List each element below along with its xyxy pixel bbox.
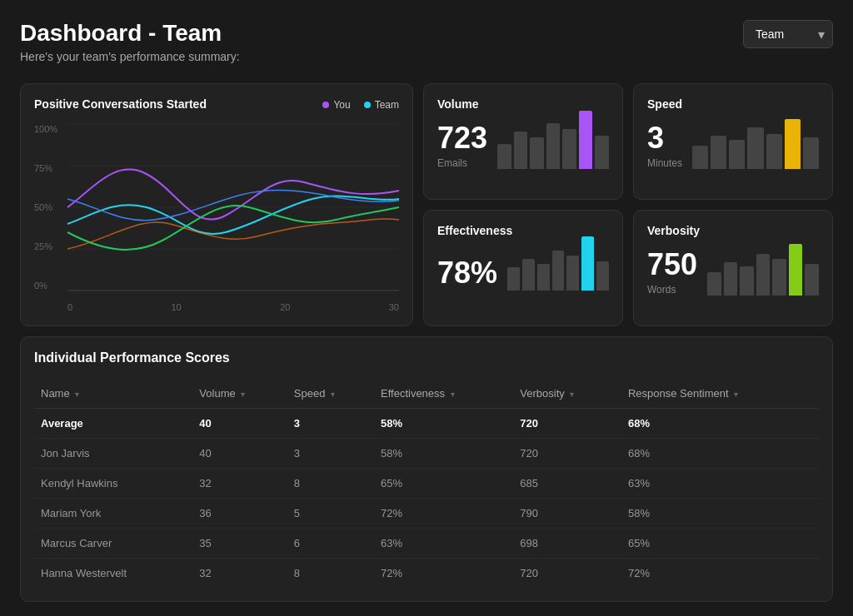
speed-bar-7 [803,137,819,169]
col-sentiment[interactable]: Response Sentiment ▾ [621,379,819,409]
effectiveness-card: Effectiveness 78% [423,210,623,326]
row-sentiment: 65% [621,529,819,559]
row-speed: 8 [287,469,374,499]
average-row: Average 40 3 58% 720 68% [34,409,819,439]
legend-team-label: Team [375,99,399,111]
verbosity-bar-4 [756,254,771,296]
speed-sort-icon: ▾ [331,390,335,399]
effectiveness-bar-1 [507,267,520,291]
x-axis-labels: 0 10 20 30 [67,299,399,312]
row-verbosity: 790 [513,499,621,529]
positive-conversations-card: Positive Conversations Started You Team … [20,83,413,326]
effectiveness-bar-chart [507,241,609,291]
col-speed[interactable]: Speed ▾ [287,379,374,409]
volume-inner: 723 Emails [437,114,609,169]
effectiveness-bar-4 [552,251,565,291]
team-dropdown-wrapper[interactable]: Team Individual [743,20,833,48]
avg-sentiment: 68% [621,409,819,439]
row-sentiment: 63% [621,469,819,499]
row-sentiment: 72% [621,559,819,589]
verbosity-title: Verbosity [647,224,819,237]
avg-verbosity: 720 [513,409,621,439]
effectiveness-title: Effectiveness [437,224,609,237]
verbosity-bar-highlight [789,244,803,296]
effectiveness-bar-5 [566,256,579,291]
row-verbosity: 720 [513,439,621,469]
legend-team-dot [364,102,371,108]
row-name: Jon Jarvis [34,439,192,469]
table-row: Jon Jarvis 40 3 58% 720 68% [34,439,819,469]
verbosity-bar-3 [740,266,754,296]
line-chart-container [67,124,399,299]
row-speed: 8 [287,559,374,589]
table-row: Hanna Westervelt 32 8 72% 720 72% [34,559,819,589]
page-title: Dashboard - Team [20,20,240,47]
row-effectiveness: 72% [374,559,513,589]
volume-bar-7 [595,136,609,169]
speed-bar-chart [692,119,819,169]
row-name: Mariam York [34,499,192,529]
header-left: Dashboard - Team Here's your team's perf… [20,20,240,63]
verbosity-text: 750 Words [647,241,697,296]
row-speed: 6 [287,529,374,559]
effectiveness-value: 78% [437,256,497,291]
page-header: Dashboard - Team Here's your team's perf… [20,20,833,63]
row-sentiment: 68% [621,439,819,469]
verbosity-bar-2 [724,262,738,296]
row-verbosity: 720 [513,559,621,589]
volume-card: Volume 723 Emails [423,83,623,200]
pos-conv-legend: You Team [322,99,399,111]
table-header-row: Name ▾ Volume ▾ Speed ▾ Effectiveness ▾ … [34,379,819,409]
row-effectiveness: 58% [374,439,513,469]
effectiveness-bar-2 [522,259,535,291]
row-name: Hanna Westervelt [34,559,192,589]
volume-title: Volume [437,97,609,111]
table-row: Mariam York 36 5 72% 790 58% [34,499,819,529]
row-verbosity: 685 [513,469,621,499]
effectiveness-bar-7 [596,261,609,291]
name-sort-icon: ▾ [75,390,79,399]
speed-bar-1 [692,146,708,169]
effectiveness-inner: 78% [437,241,609,291]
sentiment-sort-icon: ▾ [734,390,738,399]
volume-unit: Emails [437,157,487,169]
row-verbosity: 698 [513,529,621,559]
effectiveness-sort-icon: ▾ [451,390,455,399]
volume-bar-4 [546,123,561,169]
col-effectiveness[interactable]: Effectiveness ▾ [374,379,513,409]
row-volume: 32 [192,469,287,499]
top-charts-section: Positive Conversations Started You Team … [20,83,833,326]
row-volume: 32 [192,559,287,589]
speed-bar-4 [747,127,763,169]
speed-bar-highlight [785,119,801,169]
row-effectiveness: 72% [374,499,513,529]
avg-speed: 3 [287,409,374,439]
legend-team: Team [364,99,399,111]
avg-name: Average [34,409,192,439]
team-dropdown[interactable]: Team Individual [743,20,833,48]
speed-bar-2 [711,136,726,169]
table-row: Marcus Carver 35 6 63% 698 65% [34,529,819,559]
row-speed: 5 [287,499,374,529]
volume-text: 723 Emails [437,114,487,169]
speed-inner: 3 Minutes [647,114,819,169]
volume-bar-1 [497,144,511,169]
y-axis-labels: 100% 75% 50% 25% 0% [34,124,57,291]
col-verbosity[interactable]: Verbosity ▾ [513,379,621,409]
row-volume: 35 [192,529,287,559]
speed-card: Speed 3 Minutes [633,83,833,200]
row-volume: 36 [192,499,287,529]
volume-bar-2 [514,132,528,169]
volume-bar-chart [497,119,609,169]
row-name: Marcus Carver [34,529,192,559]
line-chart-area: 100% 75% 50% 25% 0% [34,124,399,312]
avg-effectiveness: 58% [374,409,513,439]
volume-bar-5 [562,129,576,169]
verbosity-value: 750 [647,247,697,282]
col-name[interactable]: Name ▾ [34,379,192,409]
verbosity-card: Verbosity 750 Words [633,210,833,326]
line-chart-svg [67,124,399,291]
verbosity-bar-1 [707,272,721,296]
avg-volume: 40 [192,409,287,439]
col-volume[interactable]: Volume ▾ [192,379,287,409]
